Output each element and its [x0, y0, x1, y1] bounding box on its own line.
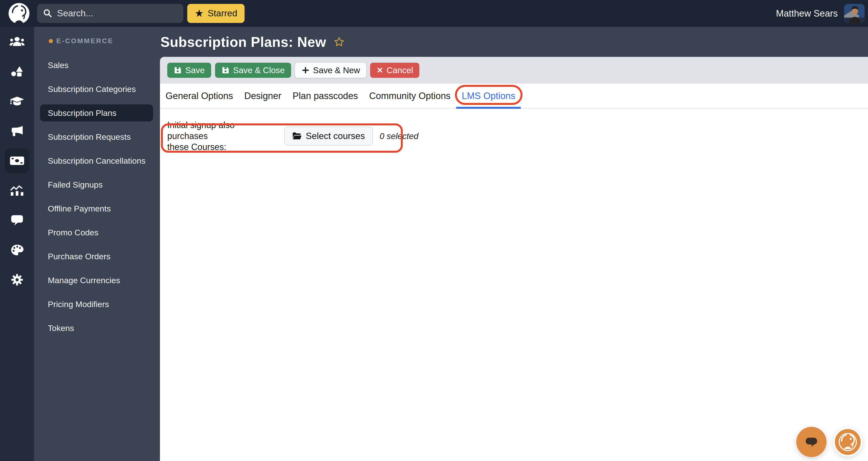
rail-users-icon[interactable]	[0, 27, 34, 57]
search-icon	[43, 8, 53, 18]
sidebar-item-promo-codes[interactable]: Promo Codes	[34, 220, 160, 244]
section-label: E-COMMERCE	[56, 37, 113, 45]
sidebar-item-subscription-plans[interactable]: Subscription Plans	[34, 101, 160, 125]
rail-chat-bubble-icon[interactable]	[0, 205, 34, 235]
search-placeholder: Search...	[57, 8, 93, 19]
tab-designer[interactable]: Designer	[239, 84, 287, 108]
page-title: Subscription Plans: New	[160, 34, 326, 50]
tab-general-options[interactable]: General Options	[160, 84, 239, 108]
sidebar-menu-list: Sales Subscription Categories Subscripti…	[34, 53, 160, 340]
elephant-logo-icon	[836, 429, 859, 455]
sidebar-item-failed-signups[interactable]: Failed Signups	[34, 173, 160, 196]
rail-money-bill-icon[interactable]	[0, 146, 34, 176]
floating-widgets	[796, 427, 862, 457]
rail-palette-icon[interactable]	[0, 235, 34, 265]
search-input[interactable]: Search...	[37, 4, 183, 23]
main-area: Subscription Plans: New Save	[160, 27, 868, 461]
course-field-label: Initial signup also purchases these Cour…	[167, 120, 277, 152]
user-name[interactable]: Matthew Sears	[776, 8, 838, 19]
topbar: Search... ★ Starred Matthew Sears	[0, 0, 868, 27]
save-button[interactable]: Save	[167, 63, 211, 78]
brand-elephant-button[interactable]	[833, 428, 862, 456]
app-window: Search... ★ Starred Matthew Sears	[0, 0, 868, 461]
sidebar-item-offline-payments[interactable]: Offline Payments	[34, 196, 160, 220]
sidebar-item-subscription-requests[interactable]: Subscription Requests	[34, 125, 160, 149]
folder-open-icon	[292, 132, 302, 140]
sidebar-menu: E-COMMERCE Sales Subscription Categories…	[34, 27, 160, 461]
cancel-button[interactable]: ✕ Cancel	[370, 63, 420, 78]
sidebar-item-subscription-categories[interactable]: Subscription Categories	[34, 77, 160, 101]
app-logo-elephant-icon[interactable]	[6, 1, 32, 26]
rail-gear-icon[interactable]	[0, 265, 34, 295]
sidebar-item-tokens[interactable]: Tokens	[34, 316, 160, 340]
section-dot-icon	[49, 39, 53, 43]
plus-icon	[301, 66, 310, 74]
page-header: Subscription Plans: New	[160, 27, 868, 57]
save-and-new-button[interactable]: Save & New	[295, 63, 367, 78]
floppy-disk-icon	[221, 66, 230, 74]
selected-count: 0 selected	[380, 131, 418, 141]
sidebar-item-pricing-modifiers[interactable]: Pricing Modifiers	[34, 292, 160, 316]
save-and-close-button[interactable]: Save & Close	[215, 63, 291, 78]
favorite-star-icon[interactable]	[334, 36, 345, 48]
x-icon: ✕	[376, 66, 383, 74]
sidebar-item-subscription-cancellations[interactable]: Subscription Cancellations	[34, 149, 160, 173]
tab-plan-passcodes[interactable]: Plan passcodes	[287, 84, 364, 108]
sidebar-item-sales[interactable]: Sales	[34, 53, 160, 77]
course-field-row: Initial signup also purchases these Cour…	[167, 120, 868, 152]
content-card: Save Save & Close Save & New	[160, 57, 868, 461]
icon-rail	[0, 27, 34, 461]
chat-bubble-icon	[803, 433, 820, 451]
sidebar-item-manage-currencies[interactable]: Manage Currencies	[34, 268, 160, 292]
floppy-disk-icon	[174, 66, 182, 74]
rail-graduation-cap-icon[interactable]	[0, 86, 34, 116]
star-filled-icon: ★	[194, 8, 204, 19]
action-toolbar: Save Save & Close Save & New	[160, 57, 868, 84]
select-courses-button[interactable]: Select courses	[284, 127, 373, 146]
rail-chart-icon[interactable]	[0, 176, 34, 205]
starred-button[interactable]: ★ Starred	[187, 4, 245, 23]
rail-shapes-icon[interactable]	[0, 57, 34, 86]
lms-options-panel: Initial signup also purchases these Cour…	[160, 120, 868, 152]
sidebar-item-purchase-orders[interactable]: Purchase Orders	[34, 244, 160, 268]
rail-megaphone-icon[interactable]	[0, 116, 34, 146]
sidebar-section-header: E-COMMERCE	[34, 36, 160, 47]
tab-bar: General Options Designer Plan passcodes …	[160, 84, 868, 109]
starred-label: Starred	[208, 8, 237, 19]
avatar[interactable]	[844, 4, 865, 23]
tab-lms-options[interactable]: LMS Options	[456, 84, 521, 108]
chat-widget-button[interactable]	[796, 427, 827, 457]
tab-community-options[interactable]: Community Options	[364, 84, 456, 108]
